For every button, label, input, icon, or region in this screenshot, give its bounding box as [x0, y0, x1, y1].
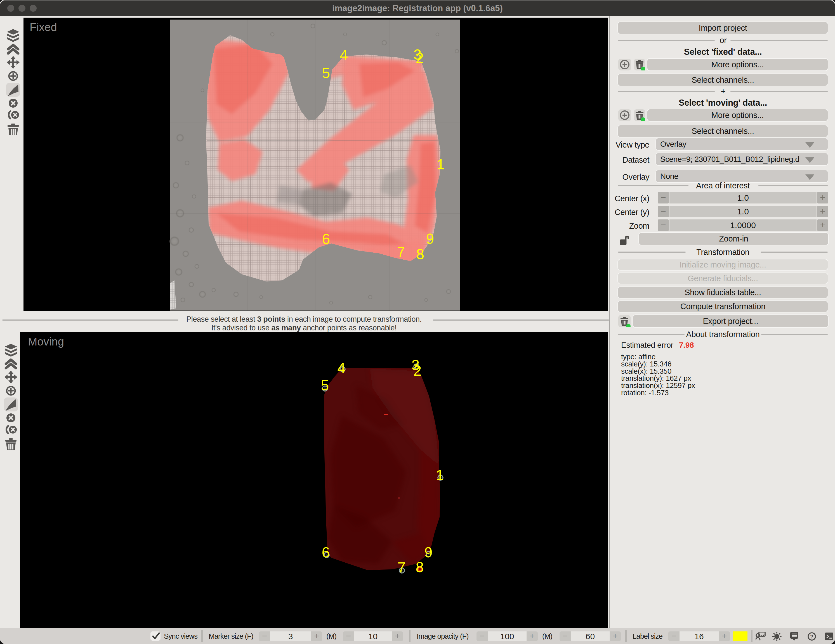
- svg-text:2: 2: [414, 363, 422, 379]
- svg-text:9: 9: [426, 230, 434, 247]
- svg-text:2: 2: [416, 50, 424, 66]
- svg-text:?: ?: [810, 634, 814, 639]
- svg-text:7: 7: [397, 244, 405, 260]
- svg-text:5: 5: [322, 65, 330, 81]
- svg-text:8: 8: [416, 559, 424, 575]
- svg-text:4: 4: [340, 47, 348, 63]
- svg-text:6: 6: [322, 544, 330, 560]
- svg-text:1: 1: [437, 156, 445, 172]
- svg-text:8: 8: [416, 246, 424, 262]
- svg-text:9: 9: [424, 544, 432, 560]
- svg-text:1: 1: [436, 467, 444, 483]
- svg-text:4: 4: [338, 360, 346, 376]
- svg-text:7: 7: [398, 559, 406, 576]
- svg-text:6: 6: [322, 231, 330, 247]
- svg-text:5: 5: [321, 377, 329, 393]
